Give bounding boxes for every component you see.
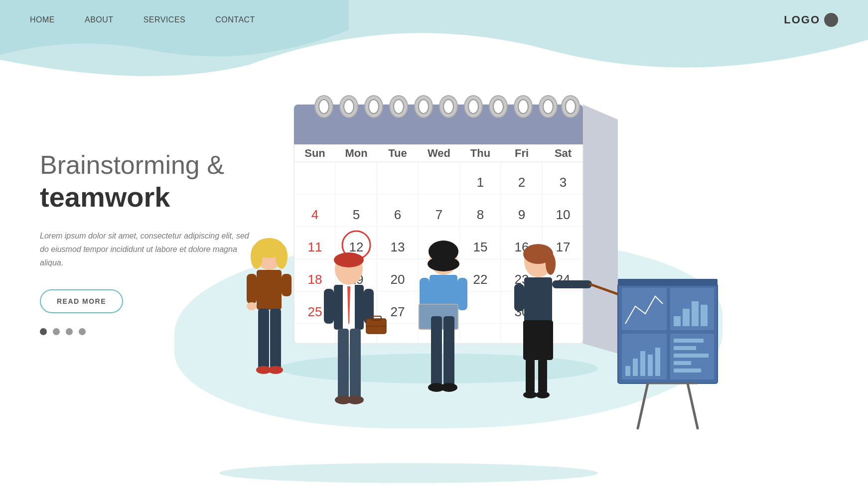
svg-point-88 <box>268 366 283 374</box>
svg-rect-108 <box>457 278 467 310</box>
dot-3[interactable] <box>66 328 73 335</box>
dot-2[interactable] <box>53 328 60 335</box>
svg-rect-131 <box>683 309 690 326</box>
nav-home[interactable]: HOME <box>30 15 55 24</box>
svg-text:Thu: Thu <box>470 147 490 159</box>
svg-text:Fri: Fri <box>515 147 529 159</box>
read-more-button[interactable]: READ MORE <box>40 289 123 313</box>
svg-rect-100 <box>350 329 361 398</box>
svg-text:Tue: Tue <box>388 147 407 159</box>
svg-point-90 <box>334 252 364 267</box>
svg-rect-83 <box>282 274 291 296</box>
svg-point-17 <box>468 100 478 114</box>
svg-rect-81 <box>257 270 282 310</box>
svg-rect-137 <box>640 351 645 376</box>
svg-rect-120 <box>552 280 592 288</box>
svg-text:Mon: Mon <box>345 147 367 159</box>
svg-point-19 <box>493 100 503 114</box>
svg-rect-111 <box>431 316 442 386</box>
nav-about[interactable]: ABOUT <box>85 15 114 24</box>
svg-rect-82 <box>247 274 257 304</box>
svg-point-105 <box>428 256 459 271</box>
svg-rect-3 <box>294 124 583 144</box>
svg-rect-133 <box>701 305 708 326</box>
svg-point-11 <box>394 100 404 114</box>
svg-point-84 <box>247 302 257 310</box>
svg-text:2: 2 <box>518 175 525 190</box>
nav-links: HOME ABOUT SERVICES CONTACT <box>30 15 255 24</box>
svg-point-5 <box>319 100 329 114</box>
svg-rect-143 <box>674 354 709 358</box>
svg-point-7 <box>344 100 354 114</box>
svg-point-80 <box>276 244 288 269</box>
svg-rect-99 <box>338 329 349 398</box>
dot-4[interactable] <box>79 328 86 335</box>
svg-rect-139 <box>655 348 660 376</box>
svg-point-21 <box>518 100 528 114</box>
svg-rect-135 <box>625 366 630 376</box>
svg-rect-94 <box>324 289 334 324</box>
logo-area: LOGO <box>784 13 838 27</box>
svg-rect-130 <box>674 316 681 326</box>
svg-rect-118 <box>524 277 552 322</box>
svg-point-15 <box>443 100 453 114</box>
svg-rect-138 <box>648 355 653 376</box>
logo-icon <box>824 13 838 27</box>
svg-rect-124 <box>538 359 547 393</box>
svg-point-102 <box>347 395 364 404</box>
svg-point-13 <box>419 100 429 114</box>
logo-text: LOGO <box>784 13 820 26</box>
svg-rect-119 <box>523 320 553 360</box>
svg-text:Sun: Sun <box>304 147 325 159</box>
svg-point-125 <box>523 391 537 398</box>
dot-1[interactable] <box>40 328 47 335</box>
svg-point-25 <box>566 100 576 114</box>
svg-rect-132 <box>692 301 699 326</box>
svg-text:Wed: Wed <box>428 147 450 159</box>
svg-text:Sat: Sat <box>555 147 572 159</box>
nav-services[interactable]: SERVICES <box>144 15 186 24</box>
svg-rect-123 <box>526 359 535 393</box>
svg-rect-112 <box>443 316 454 386</box>
svg-point-114 <box>440 383 457 392</box>
svg-line-147 <box>688 383 698 428</box>
svg-point-117 <box>546 253 556 275</box>
svg-point-23 <box>543 100 553 114</box>
svg-point-76 <box>219 463 598 483</box>
svg-rect-145 <box>674 368 701 372</box>
svg-rect-136 <box>633 359 638 376</box>
nav-contact[interactable]: CONTACT <box>215 15 255 24</box>
navigation: HOME ABOUT SERVICES CONTACT LOGO <box>0 0 868 40</box>
svg-point-9 <box>369 100 379 114</box>
svg-point-126 <box>536 391 550 398</box>
svg-rect-142 <box>674 346 696 350</box>
content-area: Brainstorming & teamwork Lorem ipsum dol… <box>0 40 868 488</box>
people-illustration <box>184 189 732 488</box>
svg-rect-141 <box>674 339 704 343</box>
svg-rect-148 <box>618 279 718 286</box>
svg-text:3: 3 <box>560 175 567 190</box>
svg-rect-144 <box>674 361 691 365</box>
svg-rect-85 <box>258 309 269 368</box>
svg-rect-122 <box>514 284 524 311</box>
svg-rect-128 <box>622 288 667 330</box>
svg-rect-86 <box>270 309 281 368</box>
svg-line-146 <box>638 383 648 428</box>
headline-light: Brainstorming & <box>40 149 249 180</box>
svg-point-79 <box>251 244 263 269</box>
svg-text:1: 1 <box>477 175 484 190</box>
